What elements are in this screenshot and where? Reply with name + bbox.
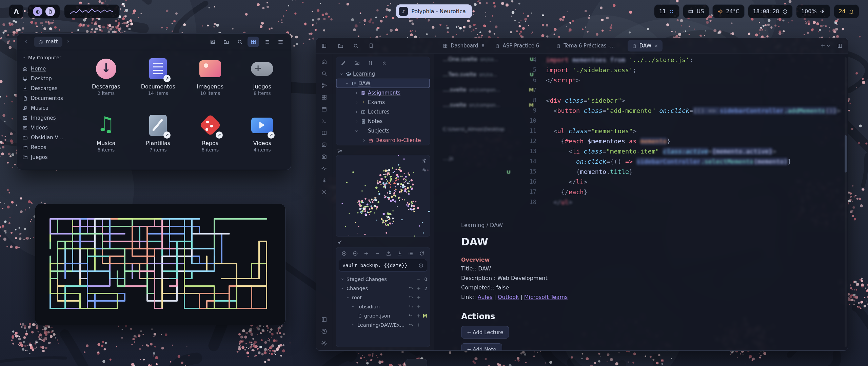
new-tab-button[interactable] bbox=[820, 43, 826, 48]
stage-all-icon[interactable] bbox=[363, 251, 369, 256]
new-folder-icon[interactable] bbox=[354, 60, 360, 66]
git-action-icon[interactable] bbox=[409, 295, 413, 300]
folder-item[interactable]: Documentos 14 items bbox=[132, 56, 184, 111]
help-icon[interactable] bbox=[321, 328, 327, 334]
terminal-icon[interactable] bbox=[321, 118, 327, 124]
ledger-icon[interactable] bbox=[321, 177, 327, 183]
back-button[interactable] bbox=[22, 39, 31, 44]
tab-list-icon[interactable] bbox=[826, 43, 831, 48]
files-pane-icon[interactable] bbox=[338, 43, 343, 49]
tree-item[interactable]: Exams bbox=[336, 98, 430, 107]
note-action-button[interactable]: + Add Note bbox=[461, 343, 502, 350]
git-action-icon[interactable] bbox=[409, 304, 413, 309]
fm-sidebar-item[interactable]: Documentos bbox=[20, 93, 74, 103]
pipes-window[interactable] bbox=[35, 204, 285, 325]
editor-pane[interactable]: …One.svelte src/co… U …Two.svelte src/co… bbox=[434, 54, 848, 350]
activity-icon[interactable] bbox=[321, 165, 327, 171]
daily-note-icon[interactable] bbox=[321, 106, 327, 112]
volume-widget[interactable]: 100% bbox=[796, 4, 830, 18]
git-action-icon[interactable] bbox=[416, 295, 421, 300]
notifications-widget[interactable]: 24 bbox=[834, 4, 859, 18]
reading-view-icon[interactable] bbox=[321, 130, 327, 136]
folder-item[interactable]: Descargas 2 items bbox=[80, 56, 132, 111]
tab-trail-icon[interactable] bbox=[654, 44, 658, 48]
close-tools-icon[interactable] bbox=[321, 189, 327, 195]
note-link[interactable]: Outlook bbox=[498, 294, 519, 300]
note-action-button[interactable]: + Add Lecture bbox=[461, 326, 509, 339]
new-note-icon[interactable] bbox=[341, 60, 346, 66]
graph-view-icon[interactable] bbox=[321, 82, 327, 88]
new-folder-button[interactable] bbox=[220, 37, 232, 47]
git-row[interactable]: Learning/DAW/Exams bbox=[339, 320, 427, 329]
graph-settings-icon[interactable] bbox=[422, 158, 427, 163]
view-list-button[interactable] bbox=[261, 37, 273, 47]
fm-sidebar-item[interactable]: Juegos bbox=[20, 152, 74, 162]
tab-trail-icon[interactable] bbox=[542, 44, 546, 48]
git-row[interactable]: .obsidian bbox=[339, 302, 427, 311]
view-grid-button[interactable] bbox=[248, 37, 259, 47]
commit-message-input[interactable]: vault backup: {{date}} bbox=[339, 259, 427, 272]
sidebar-toggle-button[interactable] bbox=[316, 43, 332, 48]
editor-tab[interactable]: Tema 6 Prácticas -… bbox=[552, 40, 626, 52]
fm-sidebar-item[interactable]: Musica bbox=[20, 103, 74, 113]
fm-sidebar-item[interactable]: Repos bbox=[20, 142, 74, 152]
folder-item[interactable]: Musica 6 items bbox=[80, 112, 132, 167]
tree-item[interactable]: Learning bbox=[336, 69, 430, 79]
notes-button[interactable] bbox=[45, 7, 55, 16]
folder-item[interactable]: Juegos 8 items bbox=[236, 56, 289, 111]
clear-message-icon[interactable] bbox=[417, 262, 425, 269]
fm-sidebar-item[interactable]: Home bbox=[20, 64, 74, 74]
sort-icon[interactable] bbox=[368, 60, 373, 66]
launcher-button[interactable]: Λ bbox=[9, 4, 24, 18]
fm-sidebar-item[interactable]: Imagenes bbox=[20, 113, 74, 123]
tree-item[interactable]: DAW bbox=[336, 79, 430, 88]
git-row[interactable]: graph.json M bbox=[339, 311, 427, 320]
menu-button[interactable] bbox=[275, 37, 286, 47]
editor-tab[interactable]: DAW bbox=[628, 40, 663, 52]
view-thumbnails-button[interactable] bbox=[207, 37, 218, 47]
now-playing-widget[interactable]: ♪ Polyphia - Neurotica bbox=[396, 4, 472, 18]
git-row[interactable]: Changes 2 bbox=[339, 284, 427, 293]
git-action-icon[interactable] bbox=[409, 286, 413, 291]
fm-sidebar-item[interactable]: Descargas bbox=[20, 83, 74, 93]
folder-item[interactable]: Plantillas 7 items bbox=[132, 112, 184, 167]
editor-scrollbar[interactable] bbox=[845, 57, 847, 347]
bookmarks-pane-icon[interactable] bbox=[368, 43, 374, 49]
folder-item[interactable]: Imagenes 10 items bbox=[184, 56, 236, 111]
git-action-icon[interactable] bbox=[409, 323, 413, 327]
editor-scrollbar-thumb[interactable] bbox=[845, 135, 847, 172]
git-action-icon[interactable] bbox=[408, 313, 413, 318]
tree-item[interactable]: Lectures bbox=[336, 107, 430, 117]
git-action-icon[interactable] bbox=[416, 286, 421, 291]
power-button[interactable]: ◐ bbox=[33, 7, 42, 16]
git-action-icon[interactable] bbox=[416, 323, 421, 327]
search-icon[interactable] bbox=[321, 70, 327, 77]
push-icon[interactable] bbox=[386, 251, 391, 256]
tree-item[interactable]: Desarrollo-Cliente bbox=[336, 136, 430, 145]
updates-widget[interactable]: 11 bbox=[654, 4, 679, 18]
git-row[interactable]: Staged Changes 0 bbox=[339, 274, 427, 284]
keyboard-layout-widget[interactable]: US bbox=[683, 4, 709, 18]
backup-icon[interactable] bbox=[341, 251, 347, 256]
search-button[interactable] bbox=[234, 37, 245, 47]
commit-icon[interactable] bbox=[353, 251, 358, 256]
pull-icon[interactable] bbox=[397, 251, 402, 256]
note-link[interactable]: Microsoft Teams bbox=[524, 294, 568, 300]
git-action-icon[interactable] bbox=[416, 277, 421, 282]
vault-home-icon[interactable] bbox=[321, 59, 327, 65]
file-manager-toolbar[interactable]: matt bbox=[17, 34, 291, 50]
graph-pane-tab[interactable] bbox=[336, 145, 430, 155]
settings-icon[interactable] bbox=[321, 340, 327, 346]
search-pane-icon[interactable] bbox=[353, 43, 359, 49]
change-layout-icon[interactable] bbox=[408, 251, 413, 256]
editor-tab[interactable]: ASP Practice 6 bbox=[491, 40, 550, 52]
split-layout-icon[interactable] bbox=[837, 43, 843, 48]
folder-item[interactable]: Videos 4 items bbox=[236, 112, 289, 167]
random-note-icon[interactable] bbox=[321, 142, 327, 148]
tree-item[interactable]: Assignments bbox=[336, 88, 430, 98]
clock-widget[interactable]: 18:08:28 bbox=[748, 4, 793, 18]
collapse-all-icon[interactable] bbox=[381, 60, 387, 66]
tree-item[interactable]: Notes bbox=[336, 117, 430, 126]
folder-item[interactable]: Repos 6 items bbox=[184, 112, 236, 167]
fm-sidebar-item[interactable]: Obsidian V… bbox=[20, 133, 74, 142]
